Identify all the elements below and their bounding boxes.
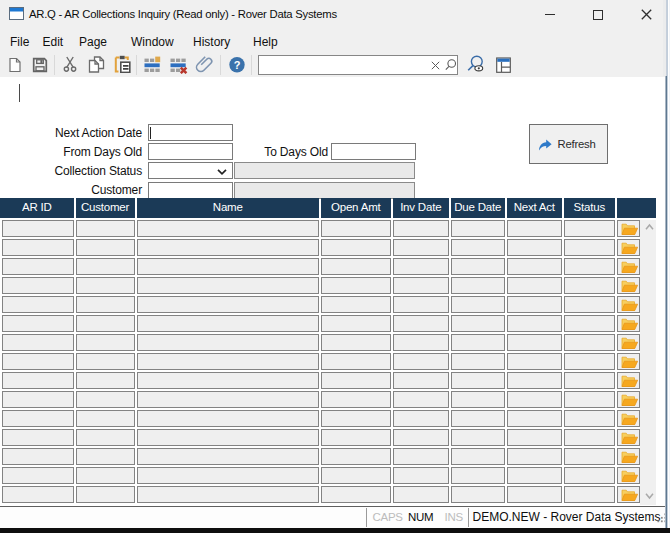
svg-text:?: ? xyxy=(234,59,241,71)
